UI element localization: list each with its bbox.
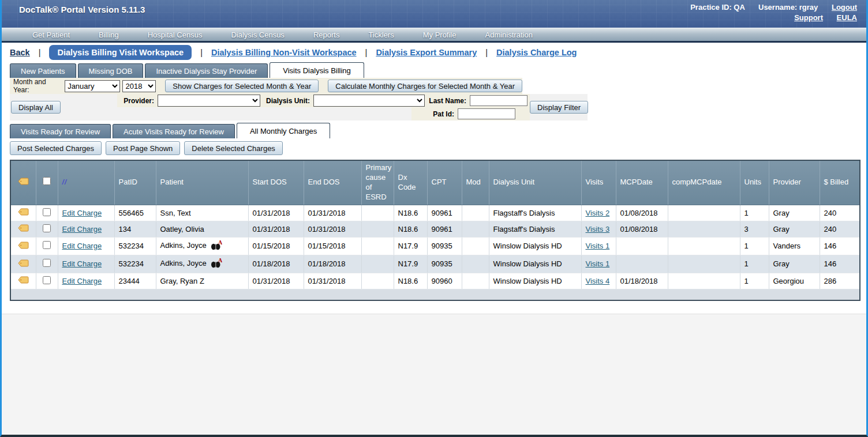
back-link[interactable]: Back xyxy=(10,48,30,57)
patid-cell: 134 xyxy=(114,221,156,237)
provider-cell: Gray xyxy=(769,221,820,237)
patid-cell: 556465 xyxy=(114,205,156,221)
start-dos-cell: 01/31/2018 xyxy=(248,221,304,237)
visits-link[interactable]: Visits 4 xyxy=(586,277,610,285)
edit-charge-cell: Edit Charge xyxy=(58,273,114,289)
column-header-compmcpdate: compMCPdate xyxy=(668,160,740,205)
edit-charge-link[interactable]: Edit Charge xyxy=(62,209,102,217)
post-selected-charges-button[interactable]: Post Selected Charges xyxy=(10,141,102,155)
edit-charge-link[interactable]: Edit Charge xyxy=(62,242,102,250)
tab-visits-ready-for-review[interactable]: Visits Ready for Review xyxy=(10,124,111,138)
workspace-link-dialysis-export-summary[interactable]: Dialysis Export Summary xyxy=(376,48,477,57)
table-row: Edit Charge532234Adkins, JoyceA01/18/201… xyxy=(10,255,860,273)
month-select[interactable]: January xyxy=(65,80,120,92)
nav-item-billing[interactable]: Billing xyxy=(84,30,133,40)
visits-cell: Visits 1 xyxy=(581,255,616,273)
dialysis-unit-cell: Winslow Dialysis HD xyxy=(489,273,581,289)
visits-cell: Visits 1 xyxy=(581,237,616,255)
dx-code-cell: N17.9 xyxy=(394,255,427,273)
billed-cell: 146 xyxy=(820,255,860,273)
row-tag-cell xyxy=(10,205,36,221)
tab-new-patients[interactable]: New Patients xyxy=(10,63,76,78)
delete-selected-charges-button[interactable]: Delete Selected Charges xyxy=(184,141,283,155)
select-all-checkbox[interactable] xyxy=(43,177,51,185)
column-header-dx-code: Dx Code xyxy=(394,160,427,205)
workspace-link-dialysis-charge-log[interactable]: Dialysis Charge Log xyxy=(496,48,577,57)
column-header-mod: Mod xyxy=(462,160,489,205)
logout-link[interactable]: Logout xyxy=(832,3,857,12)
visits-link[interactable]: Visits 1 xyxy=(586,242,610,250)
tab-visits-dialysis-billing[interactable]: Visits Dialysis Billing xyxy=(270,62,364,78)
column-header-visits: Visits xyxy=(581,160,616,205)
workspace-link-dialysis-billing-non-visit-workspace[interactable]: Dialysis Billing Non-Visit Workspace xyxy=(211,48,357,57)
svg-text:A: A xyxy=(218,240,222,246)
show-charges-button[interactable]: Show Charges for Selected Month & Year xyxy=(165,80,319,92)
kidney-alert-icon: A xyxy=(210,240,222,253)
display-all-button[interactable]: Display All xyxy=(11,101,61,114)
patient-cell: Gray, Ryan Z xyxy=(156,273,248,289)
main-nav: Get PatientBillingHospital CensusDialysi… xyxy=(2,28,866,43)
crumb-separator: | xyxy=(200,48,203,57)
table-footer-cell xyxy=(10,289,860,300)
tab-acute-visits-ready-for-review[interactable]: Acute Visits Ready for Review xyxy=(113,124,235,138)
dialysis-unit-cell: Flagstaff's Dialysis xyxy=(489,205,581,221)
month-year-label: Month and Year: xyxy=(13,78,62,94)
start-dos-cell: 01/15/2018 xyxy=(248,237,304,255)
year-select[interactable]: 2018 xyxy=(122,80,156,92)
visits-link[interactable]: Visits 2 xyxy=(586,209,610,217)
support-link[interactable]: Support xyxy=(794,13,823,22)
visits-link[interactable]: Visits 3 xyxy=(586,225,610,233)
tag-column-header xyxy=(10,160,36,205)
edit-charge-link[interactable]: Edit Charge xyxy=(62,225,102,233)
nav-item-reports[interactable]: Reports xyxy=(299,30,354,40)
tab-all-monthly-charges[interactable]: All Monthly Charges xyxy=(237,123,330,138)
nav-item-dialysis-census[interactable]: Dialysis Census xyxy=(216,30,298,40)
tag-icon xyxy=(18,224,29,232)
provider-select[interactable] xyxy=(158,95,260,107)
visits-link[interactable]: Visits 1 xyxy=(586,259,610,268)
row-checkbox-cell xyxy=(36,221,58,237)
row-checkbox[interactable] xyxy=(43,259,51,267)
edit-charge-cell: Edit Charge xyxy=(58,237,114,255)
row-checkbox[interactable] xyxy=(43,276,51,284)
table-header-row: //PatIDPatientStart DOSEnd DOSPrimary ca… xyxy=(10,160,860,205)
end-dos-cell: 01/15/2018 xyxy=(304,237,361,255)
nav-item-ticklers[interactable]: Ticklers xyxy=(354,30,408,40)
active-workspace-pill[interactable]: Dialysis Billing Visit Workspace xyxy=(49,45,192,60)
pat-id-input[interactable] xyxy=(458,108,515,119)
row-checkbox-cell xyxy=(36,237,58,255)
cpt-cell: 90935 xyxy=(427,237,462,255)
row-checkbox[interactable] xyxy=(43,208,51,216)
kidney-alert-icon: A xyxy=(210,258,222,270)
calculate-monthly-charges-button[interactable]: Calculate Monthly Charges for Selected M… xyxy=(328,80,522,92)
nav-item-hospital-census[interactable]: Hospital Census xyxy=(133,30,217,40)
patient-cell: Oatley, Olivia xyxy=(156,221,248,237)
table-row: Edit Charge134Oatley, Olivia01/31/201801… xyxy=(10,221,860,237)
nav-item-administration[interactable]: Administration xyxy=(471,30,547,40)
row-checkbox[interactable] xyxy=(43,224,51,232)
tab-missing-dob[interactable]: Missing DOB xyxy=(78,63,144,78)
patid-cell: 532234 xyxy=(114,237,156,255)
edit-charge-cell: Edit Charge xyxy=(58,221,114,237)
tab-inactive-dialysis-stay-provider[interactable]: Inactive Dialysis Stay Provider xyxy=(145,63,268,78)
edit-charge-link[interactable]: Edit Charge xyxy=(62,259,102,268)
end-dos-cell: 01/31/2018 xyxy=(304,273,361,289)
dialysis-unit-select[interactable] xyxy=(313,95,425,107)
workspace-links: |Dialysis Billing Non-Visit Workspace|Di… xyxy=(192,48,577,57)
display-filter-button[interactable]: Display Filter xyxy=(530,101,588,114)
month-year-bar: Month and Year: January 2018 Show Charge… xyxy=(10,78,522,94)
dialysis-unit-label: Dialysis Unit: xyxy=(260,97,313,105)
eula-link[interactable]: EULA xyxy=(837,13,857,22)
row-checkbox[interactable] xyxy=(43,241,51,249)
last-name-input[interactable] xyxy=(470,95,527,106)
nav-item-my-profile[interactable]: My Profile xyxy=(409,30,471,40)
units-cell: 1 xyxy=(740,205,769,221)
patid-cell: 23444 xyxy=(114,273,156,289)
nav-item-get-patient[interactable]: Get Patient xyxy=(18,30,84,40)
tag-icon xyxy=(18,208,29,216)
billed-cell: 146 xyxy=(820,237,860,255)
workspace-link-bar: Back | Dialysis Billing Visit Workspace … xyxy=(2,43,866,62)
post-page-shown-button[interactable]: Post Page Shown xyxy=(106,141,180,155)
edit-charge-link[interactable]: Edit Charge xyxy=(62,277,102,285)
end-dos-cell: 01/18/2018 xyxy=(304,255,361,273)
